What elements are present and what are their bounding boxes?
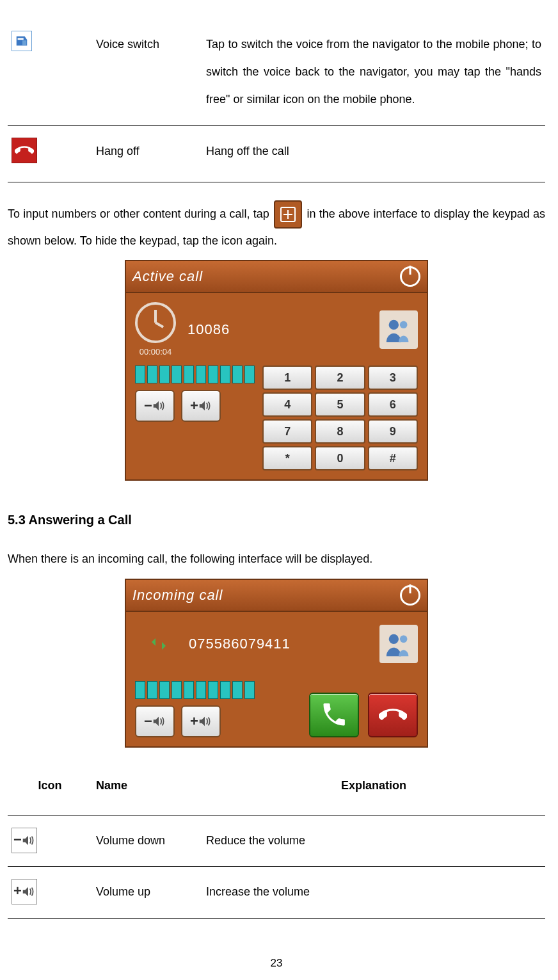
- active-call-screen: Active call 00:00:04 10086: [125, 260, 428, 481]
- row-desc: Hang off the call: [202, 125, 545, 182]
- table-header-row: Icon Name Explanation: [8, 760, 545, 815]
- key-hash[interactable]: #: [368, 446, 418, 470]
- row-desc: Tap to switch the voice from the navigat…: [202, 19, 545, 125]
- table-row: + Volume up Increase the volume: [8, 867, 545, 918]
- table-row: Voice switch Tap to switch the voice fro…: [8, 19, 545, 125]
- icon-description-table-top: Voice switch Tap to switch the voice fro…: [8, 19, 545, 182]
- row-name: Voice switch: [92, 19, 202, 125]
- power-icon[interactable]: [400, 266, 420, 287]
- key-4[interactable]: 4: [262, 392, 312, 417]
- clock-icon: [135, 302, 176, 343]
- active-call-figure: Active call 00:00:04 10086: [8, 260, 545, 481]
- screen-titlebar: Incoming call: [126, 580, 427, 612]
- incoming-call-screen: Incoming call 075586079411: [125, 579, 428, 748]
- row-name: Hang off: [92, 125, 202, 182]
- signal-strip: [135, 681, 255, 699]
- contact-avatar: [379, 625, 418, 663]
- call-number: 075586079411: [189, 636, 291, 652]
- contact-avatar: [379, 310, 418, 349]
- keypad-toggle-icon: [274, 200, 302, 229]
- voice-switch-icon: [12, 31, 32, 51]
- para-text-before: To input numbers or other content during…: [8, 207, 273, 220]
- key-1[interactable]: 1: [262, 365, 312, 390]
- key-2[interactable]: 2: [315, 365, 365, 390]
- document-page: Voice switch Tap to switch the voice fro…: [0, 0, 558, 980]
- key-0[interactable]: 0: [315, 446, 365, 470]
- volume-down-icon: −: [12, 828, 37, 853]
- key-3[interactable]: 3: [368, 365, 418, 390]
- key-8[interactable]: 8: [315, 419, 365, 444]
- icon-description-table-bottom: Icon Name Explanation − Volume down Redu…: [8, 760, 545, 919]
- header-icon: Icon: [8, 760, 92, 815]
- answer-call-button[interactable]: [309, 693, 359, 737]
- hang-off-icon: [12, 138, 37, 163]
- call-timer: 00:00:04: [140, 347, 172, 357]
- svg-point-4: [400, 636, 408, 643]
- hang-up-button[interactable]: [368, 693, 418, 737]
- row-desc: Increase the volume: [202, 867, 545, 918]
- power-icon[interactable]: [400, 585, 420, 606]
- row-name: Volume up: [92, 867, 202, 918]
- signal-strip: [135, 365, 255, 383]
- screen-titlebar: Active call: [126, 261, 427, 293]
- table-row: − Volume down Reduce the volume: [8, 815, 545, 867]
- dial-keypad: 1 2 3 4 5 6 7 8 9 * 0 #: [262, 365, 418, 470]
- svg-point-1: [389, 320, 399, 330]
- header-explanation: Explanation: [202, 760, 545, 815]
- screen-title: Active call: [132, 268, 203, 285]
- row-desc: Reduce the volume: [202, 815, 545, 867]
- key-6[interactable]: 6: [368, 392, 418, 417]
- volume-up-icon: +: [12, 879, 37, 904]
- key-star[interactable]: *: [262, 446, 312, 470]
- section-paragraph: When there is an incoming call, the foll…: [8, 547, 545, 572]
- page-number: 23: [8, 957, 545, 970]
- header-name: Name: [92, 760, 202, 815]
- call-number: 10086: [187, 321, 230, 338]
- volume-up-button[interactable]: +: [181, 705, 221, 737]
- key-5[interactable]: 5: [315, 392, 365, 417]
- key-9[interactable]: 9: [368, 419, 418, 444]
- volume-down-button[interactable]: −: [135, 705, 175, 737]
- section-heading: 5.3 Answering a Call: [8, 513, 545, 527]
- row-name: Volume down: [92, 815, 202, 867]
- incoming-call-figure: Incoming call 075586079411: [8, 579, 545, 748]
- volume-down-button[interactable]: −: [135, 390, 175, 422]
- svg-rect-0: [22, 40, 26, 45]
- key-7[interactable]: 7: [262, 419, 312, 444]
- svg-point-2: [400, 321, 408, 328]
- svg-point-3: [389, 634, 399, 644]
- volume-up-button[interactable]: +: [181, 390, 221, 422]
- keypad-instruction-paragraph: To input numbers or other content during…: [8, 200, 545, 254]
- incoming-arrows-icon: [152, 638, 166, 650]
- screen-title: Incoming call: [132, 587, 223, 604]
- table-row: Hang off Hang off the call: [8, 125, 545, 182]
